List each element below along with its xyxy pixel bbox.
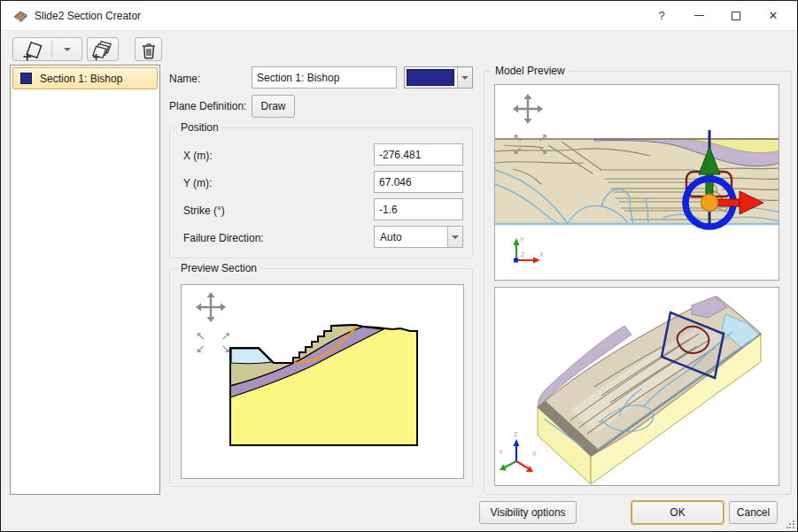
model-3d-view-graphic: Y Z X — [495, 288, 779, 486]
chevron-down-icon — [452, 235, 459, 239]
position-group: Position X (m): Y (m): Strike (°) Failur… — [169, 127, 473, 258]
color-picker-swatch — [407, 69, 454, 86]
x-input[interactable] — [374, 143, 463, 166]
maximize-button[interactable] — [717, 1, 755, 30]
strike-input[interactable] — [374, 198, 463, 220]
draw-button[interactable]: Draw — [252, 95, 295, 118]
app-icon — [12, 8, 28, 24]
resize-grip[interactable] — [786, 520, 795, 529]
svg-text:X: X — [539, 251, 544, 258]
ok-button[interactable]: OK — [631, 501, 724, 524]
section-list-item[interactable]: Section 1: Bishop — [12, 67, 158, 89]
svg-text:Z: Z — [514, 431, 518, 437]
svg-text:Z: Z — [521, 251, 525, 258]
y-label: Y (m): — [183, 177, 212, 189]
close-icon: ✕ — [769, 9, 779, 22]
y-input[interactable] — [374, 171, 463, 193]
name-label: Name: — [169, 73, 200, 85]
delete-section-button[interactable] — [135, 37, 162, 61]
close-button[interactable]: ✕ — [755, 1, 792, 30]
section-color-swatch — [20, 73, 32, 84]
failure-direction-dropdown[interactable] — [447, 227, 462, 247]
color-picker-dropdown[interactable] — [457, 67, 472, 88]
section-list[interactable]: Section 1: Bishop — [10, 65, 160, 495]
section-preview-canvas[interactable]: ↖ ↗ ↙ ↘ — [181, 284, 464, 479]
strike-label: Strike (°) — [183, 204, 225, 217]
failure-direction-label: Failure Direction: — [183, 232, 264, 244]
add-multiple-sections-button[interactable] — [87, 37, 119, 61]
failure-direction-value: Auto — [380, 231, 402, 243]
preview-section-group: Preview Section ↖ ↗ ↙ ↘ — [169, 268, 473, 487]
maximize-icon — [732, 12, 740, 20]
model-top-view-canvas[interactable]: Y Z X ↖ ↗ ↙ ↘ — [494, 84, 779, 281]
titlebar[interactable]: Slide2 Section Creator ? ✕ — [1, 1, 797, 31]
axis-triad-2d: Y Z X — [514, 236, 545, 264]
add-section-button[interactable] — [13, 38, 51, 60]
svg-text:Y: Y — [520, 236, 524, 243]
plane-definition-label: Plane Definition: — [169, 100, 246, 112]
section-color-picker[interactable] — [404, 66, 473, 89]
model-preview-group: Model Preview — [484, 71, 792, 495]
window-title: Slide2 Section Creator — [35, 10, 141, 22]
failure-direction-select[interactable]: Auto — [374, 226, 463, 248]
model-3d-view-canvas[interactable]: Y Z X — [494, 287, 779, 486]
chevron-down-icon — [461, 76, 469, 80]
name-input[interactable] — [252, 66, 397, 89]
model-preview-legend: Model Preview — [492, 65, 569, 77]
minimize-icon — [694, 15, 704, 16]
pan-icon[interactable] — [513, 94, 543, 124]
help-button[interactable]: ? — [643, 1, 680, 30]
help-icon: ? — [658, 9, 664, 22]
position-group-legend: Position — [177, 121, 222, 134]
add-section-split-button — [12, 37, 82, 61]
minimize-button[interactable] — [680, 1, 717, 30]
visibility-options-button[interactable]: Visibility options — [479, 501, 577, 524]
x-label: X (m): — [183, 150, 213, 162]
pan-icon[interactable] — [196, 292, 226, 322]
trash-icon — [138, 40, 159, 61]
add-multiple-sections-icon — [91, 40, 114, 61]
svg-text:Y: Y — [499, 449, 503, 455]
section-list-item-label: Section 1: Bishop — [40, 73, 122, 85]
section-creator-dialog: Slide2 Section Creator ? ✕ — [0, 0, 798, 532]
axis-triad-3d: Y Z X — [499, 431, 537, 472]
add-section-icon — [21, 40, 44, 62]
add-section-dropdown-button[interactable] — [52, 38, 81, 60]
preview-section-legend: Preview Section — [177, 262, 260, 274]
chevron-down-icon — [64, 48, 71, 51]
svg-text:X: X — [532, 451, 537, 457]
cancel-button[interactable]: Cancel — [729, 501, 778, 524]
